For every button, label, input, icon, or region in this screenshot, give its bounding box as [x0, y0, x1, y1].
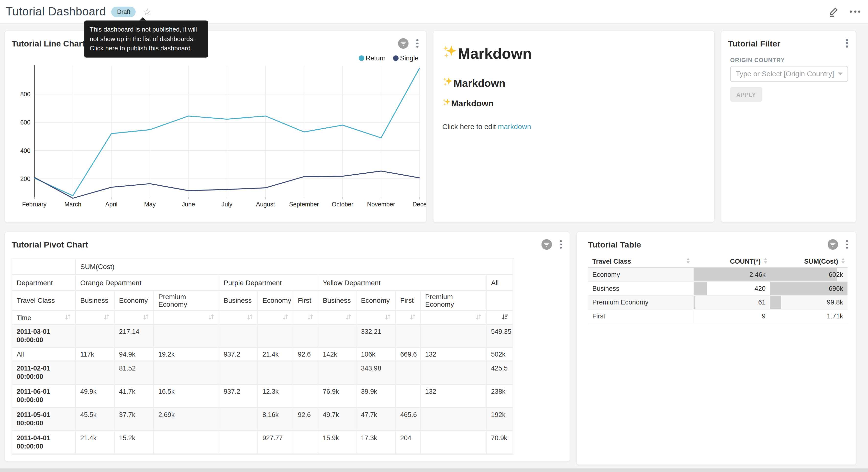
- pivot-cell: [318, 325, 356, 348]
- pivot-cell: [76, 361, 115, 385]
- x-tick-label: July: [221, 201, 232, 208]
- pivot-row: 2011-02-01 00:00:0081.52343.98425.5: [12, 361, 513, 385]
- pivot-group-header: Yellow Department: [318, 275, 487, 291]
- pivot-cell: 37.7k: [115, 408, 154, 432]
- pivot-cell: [396, 385, 421, 408]
- chart-legend: ReturnSingle: [359, 54, 418, 62]
- sort-icon: [65, 314, 71, 322]
- pivot-sort-cell[interactable]: [115, 311, 154, 325]
- pivot-row: 2011-05-01 00:00:0045.5k37.7k2.69k8.16k9…: [12, 408, 513, 432]
- pivot-cell: [318, 361, 356, 385]
- pivot-cell: 15.2k: [115, 432, 154, 454]
- origin-country-select[interactable]: Type or Select [Origin Country]: [730, 66, 848, 82]
- page-title: Tutorial Dashboard: [6, 5, 106, 18]
- pivot-chart-title: Tutorial Pivot Chart: [12, 240, 88, 249]
- favorite-star-icon[interactable]: ☆: [143, 7, 152, 16]
- table-card-title: Tutorial Table: [588, 240, 641, 249]
- markdown-h1: Markdown: [442, 44, 706, 64]
- sort-icon: [143, 314, 149, 322]
- chart-more-icon[interactable]: [559, 239, 563, 249]
- sort-icon: [409, 314, 416, 322]
- pivot-corner-cell: [12, 259, 76, 275]
- sort-icon: [475, 314, 482, 322]
- pivot-cell: [258, 361, 293, 385]
- pivot-dimension-label: Department: [12, 275, 76, 291]
- table-row: Economy2.46k602k: [588, 268, 847, 282]
- x-tick-label: Dece: [412, 201, 426, 208]
- pivot-table: SUM(Cost)DepartmentOrange DepartmentPurp…: [12, 259, 515, 455]
- chart-more-icon[interactable]: [845, 239, 849, 249]
- cell-count: 9: [694, 309, 770, 323]
- filter-indicator-icon[interactable]: [828, 239, 838, 250]
- column-header-count-[interactable]: COUNT(*): [694, 257, 770, 265]
- pivot-metric-header: SUM(Cost): [76, 259, 513, 275]
- pivot-cell: [219, 361, 258, 385]
- pivot-cell: 343.98: [356, 361, 396, 385]
- table-row: First91.71k: [588, 309, 847, 324]
- pivot-sort-cell[interactable]: [356, 311, 396, 325]
- pivot-cell: 204: [396, 432, 421, 454]
- pivot-cell: [421, 325, 487, 348]
- pivot-cell: 132: [421, 385, 487, 408]
- filter-more-icon[interactable]: [845, 38, 849, 48]
- pivot-sort-cell[interactable]: [258, 311, 293, 325]
- pivot-cell: [219, 325, 258, 348]
- line-chart-actions: [398, 38, 419, 49]
- edit-pencil-icon[interactable]: [828, 6, 840, 18]
- pivot-cell: 49.7k: [318, 408, 356, 432]
- cell-sum: 696k: [770, 282, 847, 295]
- x-tick-label: August: [256, 201, 275, 208]
- pivot-sort-cell[interactable]: [396, 311, 421, 325]
- sort-icon: [761, 257, 768, 265]
- pivot-group-header: All: [487, 275, 513, 291]
- pivot-sort-cell[interactable]: [76, 311, 115, 325]
- pivot-sort-cell[interactable]: [421, 311, 487, 325]
- filter-indicator-icon[interactable]: [541, 239, 552, 250]
- sort-icon: [838, 257, 845, 265]
- pivot-cell: 2.69k: [154, 408, 219, 432]
- value-bar: [694, 309, 694, 323]
- viewport-bottom-strip: [0, 468, 868, 472]
- more-options-icon[interactable]: [850, 10, 860, 13]
- pivot-sort-cell[interactable]: [154, 311, 219, 325]
- pivot-cell: [421, 361, 487, 385]
- pivot-row: All117k94.9k19.2k937.221.4k92.6142k106k6…: [12, 348, 513, 361]
- cell-count: 420: [694, 282, 770, 295]
- draft-badge[interactable]: Draft: [112, 6, 136, 17]
- pivot-sort-cell[interactable]: [318, 311, 356, 325]
- pivot-cell: 217.14: [115, 325, 154, 348]
- y-tick-label: 200: [20, 175, 31, 182]
- value-bar: [770, 268, 837, 281]
- chart-more-icon[interactable]: [416, 39, 419, 49]
- pivot-chart-actions: [541, 239, 562, 250]
- pivot-cell: 238k: [487, 385, 513, 408]
- legend-item-return[interactable]: Return: [359, 54, 385, 62]
- filter-indicator-icon[interactable]: [398, 38, 409, 49]
- table-card: Tutorial Table Travel ClassCOUNT(*)SUM(C…: [576, 231, 857, 465]
- cell-sum: 1.71k: [770, 309, 847, 323]
- x-tick-label: February: [22, 201, 47, 208]
- pivot-time-sort-cell[interactable]: Time: [12, 311, 76, 325]
- pivot-column-header: Economy: [356, 291, 396, 311]
- origin-country-label: ORIGIN COUNTRY: [730, 57, 785, 63]
- column-header-travel-class[interactable]: Travel Class: [588, 257, 693, 265]
- pivot-cell: 81.52: [115, 361, 154, 385]
- pivot-column-header: Business: [219, 291, 258, 311]
- pivot-cell: [293, 325, 318, 348]
- data-table: Travel ClassCOUNT(*)SUM(Cost)Economy2.46…: [588, 255, 847, 323]
- pivot-sort-cell[interactable]: [293, 311, 318, 325]
- pivot-row-label: 2011-04-01 00:00:00: [12, 432, 76, 454]
- pivot-cell: 465.6: [396, 408, 421, 432]
- sparkles-icon: [442, 98, 451, 109]
- legend-item-single[interactable]: Single: [393, 54, 418, 62]
- pivot-cell: 549.35: [487, 325, 513, 348]
- pivot-sort-cell[interactable]: [219, 311, 258, 325]
- legend-dot: [359, 55, 364, 61]
- column-header-sum-cost-[interactable]: SUM(Cost): [770, 257, 847, 265]
- pivot-sort-cell-active[interactable]: [487, 311, 513, 325]
- pivot-cell: 21.4k: [76, 432, 115, 454]
- markdown-edit-link[interactable]: markdown: [498, 122, 531, 130]
- pivot-cell: [219, 432, 258, 454]
- apply-button[interactable]: APPLY: [730, 87, 762, 102]
- pivot-cell: 76.9k: [318, 385, 356, 408]
